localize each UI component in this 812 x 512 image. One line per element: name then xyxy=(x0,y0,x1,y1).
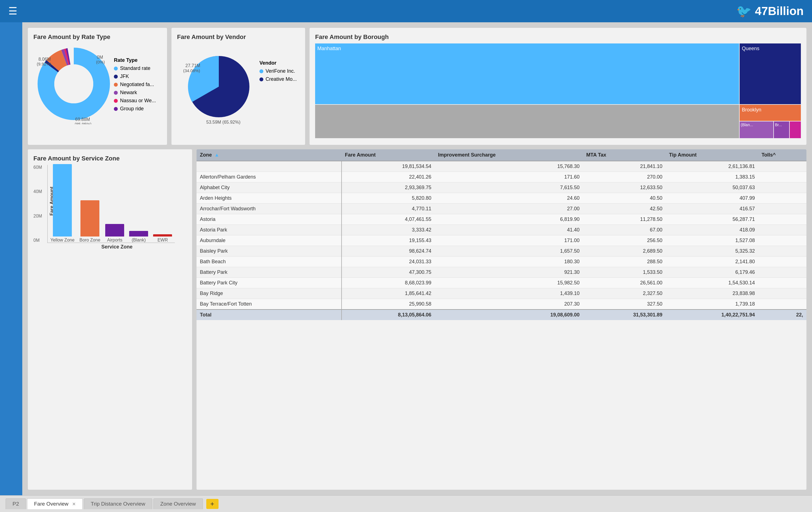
bar-label-ewr: EWR xyxy=(157,238,168,243)
tab-bar: P2 Fare Overview ✕ Trip Distance Overvie… xyxy=(0,495,812,512)
cell-tolls-6 xyxy=(758,225,806,235)
bar-boro-zone[interactable]: Boro Zone xyxy=(80,200,100,243)
y-label-60m: 60M xyxy=(33,165,42,170)
table-row[interactable]: Bay Terrace/Fort Totten 25,990.58 207.30… xyxy=(197,299,806,310)
cell-zone-5: Astoria xyxy=(197,214,342,225)
tab-fare-close[interactable]: ✕ xyxy=(72,502,76,506)
service-zone-panel: Fare Amount by Service Zone Fare Amount … xyxy=(28,149,192,490)
cell-tolls-12 xyxy=(758,288,806,299)
cell-zone-6: Astoria Park xyxy=(197,225,342,235)
cell-zone-0 xyxy=(197,161,342,172)
cell-zone-9: Bath Beach xyxy=(197,257,342,267)
bar-airports[interactable]: Airports xyxy=(105,224,124,243)
treemap-blank-left[interactable] xyxy=(315,105,739,138)
rate-type-legend: Rate Type Standard rate JFK xyxy=(114,57,156,114)
col-surcharge: Improvement Surcharge xyxy=(435,149,583,161)
tab-fare-overview-label: Fare Overview xyxy=(34,501,68,507)
cell-tolls-1 xyxy=(758,172,806,183)
cell-surcharge-5: 6,819.90 xyxy=(435,214,583,225)
vendor-legend-title: Vendor xyxy=(259,60,297,66)
cell-fare-11: 8,68,023.99 xyxy=(342,278,435,288)
table-body: 19,81,534.54 15,768.30 21,841.10 2,61,13… xyxy=(197,161,806,309)
cell-fare-10: 47,300.75 xyxy=(342,267,435,278)
app-container: ☰ 🐦 47Billion Fare Amount by Rate Type xyxy=(0,0,812,512)
table-row[interactable]: Astoria Park 3,333.42 41.40 67.00 418.09 xyxy=(197,225,806,235)
y-label-40m: 40M xyxy=(33,189,42,194)
bar-yellow-zone[interactable]: Yellow Zone xyxy=(50,164,75,243)
cell-mta-8: 2,689.50 xyxy=(583,246,666,257)
cell-tolls-10 xyxy=(758,267,806,278)
treemap-manhattan[interactable]: Manhattan xyxy=(315,44,739,104)
tab-zone-overview-label: Zone Overview xyxy=(160,501,196,507)
legend-item-jfk: JFK xyxy=(114,74,156,79)
tab-p2[interactable]: P2 xyxy=(6,498,26,509)
add-tab-icon: + xyxy=(210,500,214,508)
col-zone: Zone ▲ xyxy=(197,149,342,161)
add-tab-button[interactable]: + xyxy=(206,499,219,509)
cell-surcharge-9: 180.30 xyxy=(435,257,583,267)
bar-label-blank: (Blank) xyxy=(132,238,146,243)
treemap-right-bottom: Brooklyn (Blan... Br... xyxy=(740,105,801,138)
table-row[interactable]: Auburndale 19,155.43 171.00 256.50 1,527… xyxy=(197,235,806,246)
legend-dot-nassau xyxy=(114,99,118,103)
cell-tolls-7 xyxy=(758,235,806,246)
bar-ewr[interactable]: EWR xyxy=(153,234,172,243)
y-label-0m: 0M xyxy=(33,238,42,243)
hamburger-menu[interactable]: ☰ xyxy=(8,5,17,17)
cell-tolls-4 xyxy=(758,204,806,214)
table-row[interactable]: Bath Beach 24,031.33 180.30 288.50 2,141… xyxy=(197,257,806,267)
table-row[interactable]: Bay Ridge 1,85,641.42 1,439.10 2,327.50 … xyxy=(197,288,806,299)
cell-mta-12: 2,327.50 xyxy=(583,288,666,299)
table-wrapper[interactable]: Zone ▲ Fare Amount Improvement Surcharge… xyxy=(197,149,806,490)
table-row[interactable]: 19,81,534.54 15,768.30 21,841.10 2,61,13… xyxy=(197,161,806,172)
total-fare: 8,13,05,864.06 xyxy=(342,309,435,320)
total-label: Total xyxy=(197,309,342,320)
cell-surcharge-12: 1,439.10 xyxy=(435,288,583,299)
cell-fare-9: 24,031.33 xyxy=(342,257,435,267)
bar-blank[interactable]: (Blank) xyxy=(129,231,148,243)
cell-fare-5: 4,07,461.55 xyxy=(342,214,435,225)
legend-label-negotiated: Negotiated fa... xyxy=(120,82,154,87)
treemap-brooklyn[interactable]: Brooklyn xyxy=(740,105,801,121)
cell-fare-2: 2,93,369.75 xyxy=(342,183,435,193)
table-row[interactable]: Arden Heights 5,820.80 24.60 40.50 407.9… xyxy=(197,193,806,204)
table-row[interactable]: Arrochar/Fort Wadsworth 4,770.11 27.00 4… xyxy=(197,204,806,214)
cell-surcharge-2: 7,615.50 xyxy=(435,183,583,193)
fare-borough-title: Fare Amount by Borough xyxy=(315,33,801,41)
legend-dot-creative xyxy=(259,77,263,81)
total-tip: 1,40,22,751.94 xyxy=(666,309,758,320)
tab-fare-overview[interactable]: Fare Overview ✕ xyxy=(27,498,83,509)
table-row[interactable]: Battery Park City 8,68,023.99 15,982.50 … xyxy=(197,278,806,288)
cell-zone-13: Bay Terrace/Fort Totten xyxy=(197,299,342,310)
table-row[interactable]: Battery Park 47,300.75 921.30 1,533.50 6… xyxy=(197,267,806,278)
treemap-blank-label: (Blan... xyxy=(741,123,753,127)
total-surcharge: 19,08,609.00 xyxy=(435,309,583,320)
treemap-bronx[interactable]: Br... xyxy=(774,122,789,138)
table-total-row: Total 8,13,05,864.06 19,08,609.00 31,53,… xyxy=(197,309,806,320)
table-row[interactable]: Baisley Park 98,624.74 1,657.50 2,689.50… xyxy=(197,246,806,257)
treemap-queens[interactable]: Queens xyxy=(740,44,801,104)
cell-tip-10: 6,179.46 xyxy=(666,267,758,278)
treemap-blank[interactable]: (Blan... xyxy=(740,122,773,138)
cell-tolls-2 xyxy=(758,183,806,193)
legend-dot-group xyxy=(114,107,118,111)
table-row[interactable]: Allerton/Pelham Gardens 22,401.26 171.60… xyxy=(197,172,806,183)
bar-boro-zone-fill xyxy=(81,200,99,237)
cell-mta-13: 327.50 xyxy=(583,299,666,310)
cell-tip-2: 50,037.63 xyxy=(666,183,758,193)
tab-trip-distance[interactable]: Trip Distance Overview xyxy=(84,498,152,509)
table-row[interactable]: Astoria 4,07,461.55 6,819.90 11,278.50 5… xyxy=(197,214,806,225)
tab-zone-overview[interactable]: Zone Overview xyxy=(153,498,203,509)
cell-surcharge-0: 15,768.30 xyxy=(435,161,583,172)
main-content: Fare Amount by Rate Type xyxy=(0,22,812,495)
bar-yellow-zone-fill xyxy=(53,164,72,237)
treemap-other[interactable] xyxy=(790,122,801,138)
sort-indicator[interactable]: ▲ xyxy=(214,152,219,158)
legend-item-negotiated: Negotiated fa... xyxy=(114,82,156,87)
legend-item-creative: Creative Mo... xyxy=(259,76,297,82)
y-label-20m: 20M xyxy=(33,214,42,219)
fare-rate-title: Fare Amount by Rate Type xyxy=(33,33,162,41)
table-row[interactable]: Alphabet City 2,93,369.75 7,615.50 12,63… xyxy=(197,183,806,193)
legend-dot-negotiated xyxy=(114,83,118,87)
cell-tip-7: 1,527.08 xyxy=(666,235,758,246)
